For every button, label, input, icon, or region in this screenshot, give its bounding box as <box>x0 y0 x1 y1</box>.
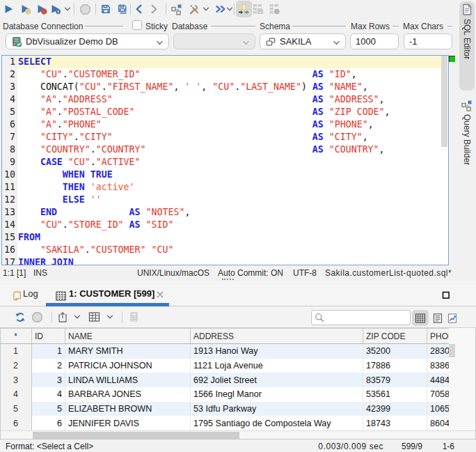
export-button[interactable] <box>57 311 68 323</box>
tab-query-builder[interactable]: Query Builder <box>459 98 475 180</box>
cell[interactable]: 53561 <box>363 387 427 402</box>
grid-options-chevron[interactable] <box>106 311 114 322</box>
cell[interactable]: 1 <box>32 344 65 359</box>
record-grid-button[interactable] <box>267 1 283 17</box>
execute-current-button[interactable] <box>18 1 34 17</box>
code-line-8[interactable]: "COUNTRY"."COUNTRY" AS "COUNTRY", <box>17 143 441 156</box>
grid-hscrollbar[interactable] <box>0 430 476 439</box>
cell[interactable]: 3 <box>32 373 65 387</box>
cell[interactable]: 2 <box>32 359 65 373</box>
cell[interactable]: 18743 <box>363 416 427 430</box>
column-header-[interactable]: * <box>0 329 32 343</box>
cell[interactable]: 1795 Santiago de Compostela Way <box>191 416 363 430</box>
cell[interactable]: MARY SMITH <box>65 344 191 359</box>
grid-search-input[interactable] <box>325 312 410 323</box>
grid-search-box[interactable] <box>311 310 411 325</box>
stop-button[interactable] <box>77 1 93 17</box>
format-status[interactable]: Format: <Select a Cell> <box>6 442 93 451</box>
export-chevron[interactable] <box>73 311 81 322</box>
code-line-1[interactable]: SELECT <box>17 56 441 68</box>
sql-editor[interactable]: 1234567891011121314151617 SELECT "CU"."C… <box>1 55 449 265</box>
grid-row-3[interactable]: 33LINDA WILLIAMS692 Joliet Street8357944… <box>0 373 449 387</box>
reload-button[interactable] <box>14 311 26 323</box>
sql-history-button[interactable] <box>169 1 185 17</box>
tab-log[interactable]: Log <box>23 288 38 299</box>
cell[interactable]: BARBARA JONES <box>65 387 191 402</box>
save-as-button[interactable] <box>115 1 131 17</box>
cell[interactable]: ELIZABETH BROWN <box>65 402 191 416</box>
grid-vscrollbar-thumb[interactable] <box>449 344 455 357</box>
back-button[interactable] <box>132 1 148 17</box>
cell[interactable]: 1913 Hanoi Way <box>191 344 363 359</box>
max-chars-input[interactable]: -1 <box>404 33 452 49</box>
cell[interactable]: 6 <box>32 416 65 430</box>
cell[interactable]: JENNIFER DAVIS <box>65 416 191 430</box>
execute-button[interactable] <box>1 1 17 17</box>
cell[interactable]: 1121 Loja Avenue <box>191 359 363 373</box>
result-grid[interactable]: *IDNAMEADDRESSZIP CODEPHONE11MARY SMITH1… <box>0 328 449 431</box>
editor-scrollbar-thumb[interactable] <box>441 56 447 147</box>
column-header-id[interactable]: ID <box>32 329 65 343</box>
cell[interactable]: 83579 <box>363 373 427 387</box>
close-result-tab-icon[interactable] <box>156 290 164 299</box>
cell[interactable]: 70581 <box>427 387 449 402</box>
editor-tools-chevron[interactable] <box>202 1 210 17</box>
grid-options-button[interactable] <box>88 311 100 322</box>
code-line-13[interactable]: END AS "NOTES", <box>17 206 441 219</box>
cell[interactable]: 35200 <box>363 344 427 359</box>
cell[interactable]: 44847 <box>427 373 449 387</box>
code-line-11[interactable]: THEN 'active' <box>17 181 441 194</box>
database-combobox[interactable] <box>173 33 255 49</box>
code-line-17[interactable]: INNER JOIN <box>17 256 441 265</box>
grid-row-1[interactable]: 11MARY SMITH1913 Hanoi Way3520028303 <box>0 344 449 359</box>
code-line-2[interactable]: "CU"."CUSTOMER_ID" AS "ID", <box>17 68 441 81</box>
column-header-phone[interactable]: PHONE <box>427 329 449 343</box>
grid-row-4[interactable]: 44BARBARA JONES1566 Inegl Manor535617058… <box>0 387 449 402</box>
column-header-zipcode[interactable]: ZIP CODE <box>363 329 427 343</box>
code-line-14[interactable]: "CU"."STORE_ID" AS "SID" <box>17 219 441 231</box>
code-line-12[interactable]: ELSE '' <box>17 194 441 206</box>
grid-row-6[interactable]: 66JENNIFER DAVIS1795 Santiago de Compost… <box>0 416 449 430</box>
cell[interactable]: PATRICIA JOHNSON <box>65 359 191 373</box>
cell[interactable]: 42399 <box>363 402 427 416</box>
code-line-7[interactable]: "CITY"."CITY" AS "CITY", <box>17 131 441 143</box>
cell[interactable]: 692 Joliet Street <box>191 373 363 387</box>
table-view-toggle[interactable] <box>412 310 429 326</box>
schema-combobox[interactable]: SAKILA <box>260 33 346 49</box>
code-line-15[interactable]: FROM <box>17 231 441 244</box>
cell[interactable]: 83863 <box>427 359 449 373</box>
code-line-6[interactable]: "A"."PHONE" AS "PHONE", <box>17 118 441 131</box>
cell[interactable]: 86045 <box>427 416 449 430</box>
cell[interactable]: 4 <box>32 387 65 402</box>
tab-sql-editor[interactable]: SQL Editor <box>459 1 475 91</box>
code-line-9[interactable]: CASE "CU"."ACTIVE" <box>17 156 441 169</box>
max-rows-input[interactable]: 1000 <box>350 33 399 49</box>
cell[interactable]: LINDA WILLIAMS <box>65 373 191 387</box>
grid-row-2[interactable]: 22PATRICIA JOHNSON1121 Loja Avenue178868… <box>0 359 449 373</box>
code-line-5[interactable]: "A"."POSTAL_CODE" AS "ZIP CODE", <box>17 106 441 118</box>
column-header-name[interactable]: NAME <box>65 329 191 343</box>
cell[interactable]: 28303 <box>427 344 449 359</box>
chart-view-toggle[interactable] <box>444 310 461 326</box>
maximize-results-icon[interactable] <box>442 291 450 299</box>
connection-combobox[interactable]: DbVisualizer Demo DB <box>6 33 169 49</box>
calculator-button[interactable] <box>129 311 139 322</box>
stop-grid-button[interactable] <box>31 311 43 323</box>
editor-tools-button[interactable] <box>187 1 203 17</box>
line-ending[interactable]: UNIX/Linux/macOS <box>137 268 209 278</box>
cell[interactable]: 17886 <box>363 359 427 373</box>
encoding[interactable]: UTF-8 <box>293 268 317 278</box>
code-line-4[interactable]: "A"."ADDRESS" AS "ADDRESS", <box>17 93 441 106</box>
sticky-checkbox[interactable] <box>132 20 142 30</box>
code-line-10[interactable]: WHEN TRUE <box>17 169 441 181</box>
tab-customer-result[interactable]: 1: CUSTOMER [599] <box>69 288 154 299</box>
column-header-address[interactable]: ADDRESS <box>191 329 363 343</box>
continue-options-chevron[interactable] <box>225 1 234 17</box>
forward-button[interactable] <box>146 1 162 17</box>
cell[interactable]: 53 Idfu Parkway <box>191 402 363 416</box>
grid-row-5[interactable]: 55ELIZABETH BROWN53 Idfu Parkway42399106… <box>0 402 449 416</box>
code-line-16[interactable]: "SAKILA"."CUSTOMER" "CU" <box>17 244 441 256</box>
execute-explain-plan-button[interactable] <box>48 1 64 17</box>
editor-scrollbar[interactable] <box>441 56 447 265</box>
execute-options-chevron[interactable] <box>63 1 72 17</box>
